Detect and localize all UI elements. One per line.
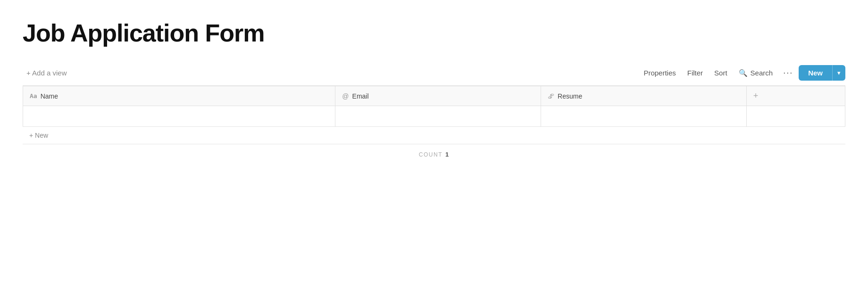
text-field-icon: Aa — [30, 92, 37, 100]
column-header-name[interactable]: Aa Name — [23, 86, 335, 106]
chevron-down-icon: ▾ — [837, 69, 841, 76]
page-container: Job Application Form + Add a view Proper… — [0, 0, 868, 183]
sort-button[interactable]: Sort — [709, 66, 732, 80]
toolbar: + Add a view Properties Filter Sort 🔍 Se… — [23, 60, 845, 86]
new-row-button[interactable]: + New — [23, 127, 845, 144]
count-row: COUNT 1 — [23, 144, 845, 165]
toolbar-left: + Add a view — [23, 67, 70, 79]
column-header-add[interactable]: + — [746, 86, 845, 106]
add-view-button[interactable]: + Add a view — [23, 67, 70, 79]
filter-button[interactable]: Filter — [683, 66, 708, 80]
email-field-icon: @ — [342, 92, 349, 100]
search-button[interactable]: 🔍 Search — [734, 66, 778, 80]
new-record-button[interactable]: New — [799, 65, 832, 81]
page-title: Job Application Form — [23, 19, 845, 47]
properties-button[interactable]: Properties — [639, 66, 680, 80]
cell-resume[interactable] — [541, 106, 747, 127]
new-dropdown-button[interactable]: ▾ — [832, 65, 845, 81]
new-button-group: New ▾ — [799, 65, 845, 81]
cell-name[interactable] — [23, 106, 335, 127]
search-icon: 🔍 — [739, 69, 748, 77]
count-label: COUNT — [419, 151, 442, 158]
table-row — [23, 106, 845, 127]
column-header-email[interactable]: @ Email — [335, 86, 541, 106]
count-value: 1 — [445, 151, 449, 158]
more-options-button[interactable]: ··· — [779, 65, 797, 81]
column-header-resume[interactable]: 🖇 Resume — [541, 86, 747, 106]
table-header-row: Aa Name @ Email 🖇 Resume — [23, 86, 845, 106]
cell-extra — [746, 106, 845, 127]
file-field-icon: 🖇 — [548, 92, 554, 100]
add-column-button[interactable]: + — [753, 91, 759, 101]
toolbar-right: Properties Filter Sort 🔍 Search ··· New … — [639, 65, 845, 81]
data-table: Aa Name @ Email 🖇 Resume — [23, 86, 845, 127]
cell-email[interactable] — [335, 106, 541, 127]
